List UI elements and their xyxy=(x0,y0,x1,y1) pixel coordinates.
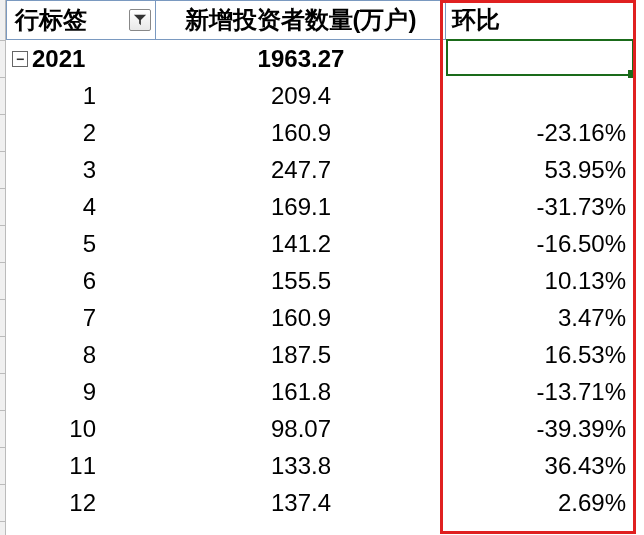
value-cell: 161.8 xyxy=(271,378,331,406)
mom-cell: -23.16% xyxy=(537,119,626,147)
collapse-button[interactable]: − xyxy=(12,51,28,67)
month-label: 7 xyxy=(83,304,96,332)
table-row[interactable]: 4169.1-31.73% xyxy=(6,188,644,225)
value-cell: 209.4 xyxy=(271,82,331,110)
month-label: 5 xyxy=(83,230,96,258)
mom-cell: -39.39% xyxy=(537,415,626,443)
table-row[interactable]: 9161.8-13.71% xyxy=(6,373,644,410)
table-row[interactable]: 12137.42.69% xyxy=(6,484,644,521)
table-row[interactable]: 1209.4 xyxy=(6,77,644,114)
mom-cell: 2.69% xyxy=(558,489,626,517)
header-row-label[interactable]: 行标签 xyxy=(6,0,156,40)
header-mom-text: 环比 xyxy=(452,4,500,36)
mom-cell: -31.73% xyxy=(537,193,626,221)
value-cell: 247.7 xyxy=(271,156,331,184)
value-cell: 141.2 xyxy=(271,230,331,258)
mom-cell: 3.47% xyxy=(558,304,626,332)
month-label: 8 xyxy=(83,341,96,369)
value-cell: 187.5 xyxy=(271,341,331,369)
month-label: 3 xyxy=(83,156,96,184)
value-cell: 160.9 xyxy=(271,304,331,332)
mom-cell: -16.50% xyxy=(537,230,626,258)
svg-marker-0 xyxy=(134,15,146,26)
filter-button[interactable] xyxy=(129,9,151,31)
filter-icon xyxy=(133,13,147,27)
mom-cell: 10.13% xyxy=(545,267,626,295)
table-row[interactable]: 1098.07-39.39% xyxy=(6,410,644,447)
mom-cell: 53.95% xyxy=(545,156,626,184)
header-new-investors[interactable]: 新增投资者数量(万户) xyxy=(156,0,446,40)
header-row-label-text: 行标签 xyxy=(15,4,87,36)
header-mom[interactable]: 环比 xyxy=(446,0,636,40)
table-row[interactable]: 5141.2-16.50% xyxy=(6,225,644,262)
mom-cell: -13.71% xyxy=(537,378,626,406)
table-row[interactable]: 6155.510.13% xyxy=(6,262,644,299)
value-cell: 133.8 xyxy=(271,452,331,480)
table-row[interactable]: 8187.516.53% xyxy=(6,336,644,373)
value-cell: 137.4 xyxy=(271,489,331,517)
month-label: 10 xyxy=(69,415,96,443)
month-label: 11 xyxy=(69,452,96,480)
value-cell: 98.07 xyxy=(271,415,331,443)
pivot-table[interactable]: 行标签 新增投资者数量(万户) 环比 − 2021 1963.27 1209.4… xyxy=(6,0,644,521)
table-row[interactable]: 11133.836.43% xyxy=(6,447,644,484)
table-row[interactable]: 7160.93.47% xyxy=(6,299,644,336)
month-label: 12 xyxy=(69,489,96,517)
mom-cell: 36.43% xyxy=(545,452,626,480)
value-cell: 160.9 xyxy=(271,119,331,147)
row-gutter xyxy=(0,0,6,535)
table-row[interactable]: 3247.753.95% xyxy=(6,151,644,188)
mom-cell: 16.53% xyxy=(545,341,626,369)
value-cell: 155.5 xyxy=(271,267,331,295)
value-cell: 169.1 xyxy=(271,193,331,221)
month-label: 1 xyxy=(83,82,96,110)
summary-year: 2021 xyxy=(32,45,85,73)
month-label: 2 xyxy=(83,119,96,147)
table-row[interactable]: 2160.9-23.16% xyxy=(6,114,644,151)
month-label: 9 xyxy=(83,378,96,406)
header-new-investors-text: 新增投资者数量(万户) xyxy=(185,4,417,36)
summary-total: 1963.27 xyxy=(258,45,345,73)
summary-row[interactable]: − 2021 1963.27 xyxy=(6,40,644,77)
month-label: 6 xyxy=(83,267,96,295)
month-label: 4 xyxy=(83,193,96,221)
header-row: 行标签 新增投资者数量(万户) 环比 xyxy=(6,0,644,40)
